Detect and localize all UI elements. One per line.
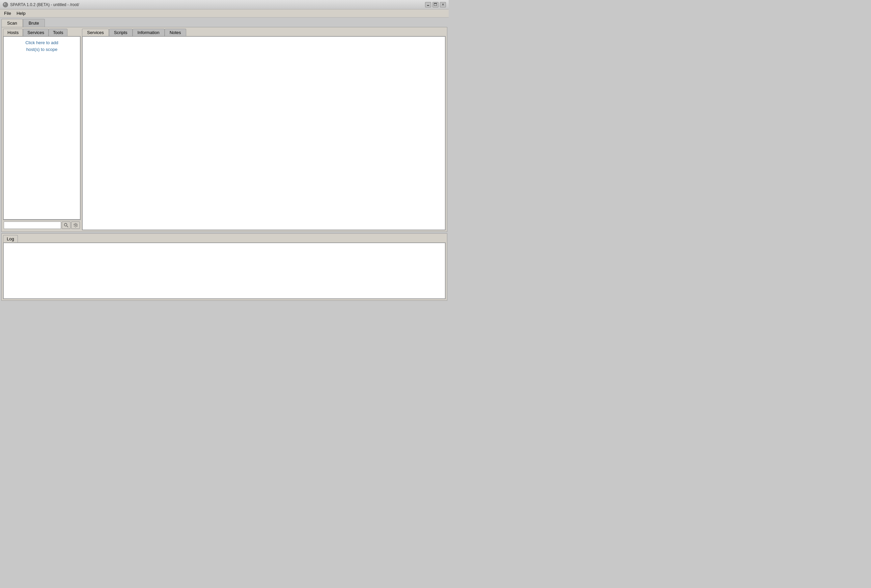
log-content <box>3 242 446 299</box>
scan-panel: Hosts Services Tools Click here to add h… <box>1 27 447 232</box>
window-controls: 🗕 🗖 ✕ <box>425 2 446 7</box>
inner-layout: Hosts Services Tools Click here to add h… <box>3 29 446 230</box>
search-bar <box>3 220 81 230</box>
tab-tools[interactable]: Tools <box>49 29 67 36</box>
gear-icon <box>73 223 78 228</box>
right-tabs: Services Scripts Information Notes <box>82 29 446 36</box>
left-content: Click here to add host(s) to scope <box>3 36 81 220</box>
tab-log[interactable]: Log <box>3 235 18 242</box>
bottom-panel: Log <box>1 233 447 301</box>
right-content <box>82 36 446 230</box>
main-container: Scan Brute Hosts Services Tools Click h <box>0 18 449 302</box>
add-hosts-prompt[interactable]: Click here to add host(s) to scope <box>25 39 58 52</box>
maximize-button[interactable]: 🗖 <box>433 2 438 7</box>
svg-line-3 <box>67 226 68 227</box>
search-input[interactable] <box>4 221 61 229</box>
search-icon <box>64 223 69 228</box>
tab-scan[interactable]: Scan <box>1 19 23 27</box>
window-title: SPARTA 1.0.2 (BETA) - untitled - /root/ <box>10 2 79 7</box>
left-tabs: Hosts Services Tools <box>3 29 81 36</box>
right-panel: Services Scripts Information Notes <box>82 29 446 230</box>
hosts-area[interactable]: Click here to add host(s) to scope <box>4 37 80 219</box>
tab-brute[interactable]: Brute <box>23 19 45 27</box>
tab-information[interactable]: Information <box>133 29 165 36</box>
svg-point-2 <box>64 224 67 226</box>
app-icon <box>3 2 8 7</box>
tab-hosts[interactable]: Hosts <box>3 29 23 36</box>
top-tabs: Scan Brute <box>1 19 447 27</box>
title-bar: SPARTA 1.0.2 (BETA) - untitled - /root/ … <box>0 0 449 9</box>
tab-scripts[interactable]: Scripts <box>109 29 133 36</box>
tab-services-left[interactable]: Services <box>23 29 49 36</box>
add-hosts-line1: Click here to add <box>25 40 58 45</box>
title-bar-left: SPARTA 1.0.2 (BETA) - untitled - /root/ <box>3 2 79 7</box>
tab-services-right[interactable]: Services <box>82 29 109 36</box>
search-button[interactable] <box>62 221 70 229</box>
add-hosts-line2: host(s) to scope <box>26 47 58 52</box>
left-panel: Hosts Services Tools Click here to add h… <box>3 29 81 230</box>
svg-point-0 <box>3 2 8 7</box>
svg-point-1 <box>4 3 5 5</box>
log-tabs: Log <box>2 234 447 242</box>
tab-notes[interactable]: Notes <box>165 29 186 36</box>
settings-button[interactable] <box>71 221 80 229</box>
menu-help[interactable]: Help <box>14 10 28 16</box>
menu-bar: File Help <box>0 9 449 18</box>
minimize-button[interactable]: 🗕 <box>425 2 431 7</box>
close-button[interactable]: ✕ <box>440 2 446 7</box>
menu-file[interactable]: File <box>1 10 14 16</box>
